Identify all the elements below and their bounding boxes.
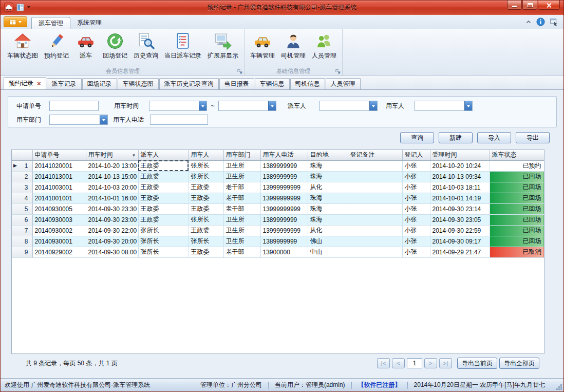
cell-registrar[interactable]: 小张: [402, 236, 430, 247]
vehicle-status-map-button[interactable]: 车辆状态图: [4, 31, 41, 61]
cell-apply-no[interactable]: 20140930001: [32, 236, 86, 247]
application-menu-button[interactable]: [4, 16, 27, 27]
cell-apply-no[interactable]: 20141013001: [32, 171, 86, 182]
new-button[interactable]: 新建: [439, 132, 473, 143]
cell-use-time[interactable]: 2014-09-30 22:00: [86, 225, 138, 236]
today-dispatch-records-button[interactable]: 当日派车记录: [161, 31, 204, 61]
close-tab-icon[interactable]: ×: [37, 80, 41, 87]
cell-status[interactable]: 已预约: [490, 160, 544, 171]
doc-tab-return-records[interactable]: 回场记录: [82, 78, 117, 89]
column-header-dispatcher[interactable]: 派车人: [138, 150, 189, 160]
cell-status[interactable]: 已回场: [490, 214, 544, 225]
dispatch-button[interactable]: 派车: [72, 31, 100, 61]
cell-remark[interactable]: [348, 236, 402, 247]
cell-apply-no[interactable]: 20140930005: [32, 203, 86, 214]
grid-row[interactable]: 4201410010012014-10-01 16:00王政委王政委老干部139…: [12, 193, 544, 203]
cell-user[interactable]: 王政委: [189, 193, 223, 203]
cell-apply-no[interactable]: 20141003001: [32, 182, 86, 193]
cell-destination[interactable]: 从化: [308, 225, 348, 236]
cell-user[interactable]: 王政委: [189, 203, 223, 214]
cell-accept-time[interactable]: 2014-09-29 21:47: [430, 247, 490, 257]
reservation-register-button[interactable]: 预约登记: [41, 31, 72, 61]
ribbon-tab-system-mgmt[interactable]: 系统管理: [70, 17, 108, 29]
cell-remark[interactable]: [348, 214, 402, 225]
help-icon[interactable]: [536, 17, 545, 26]
cell-registrar[interactable]: 小张: [402, 214, 430, 225]
dropdown-button[interactable]: [100, 115, 107, 124]
cell-status[interactable]: 已取消: [490, 247, 544, 257]
cell-accept-time[interactable]: 2014-09-30 23:14: [430, 203, 490, 214]
column-header-use-time[interactable]: 用车时间▼: [86, 150, 138, 160]
cell-user[interactable]: 张所长: [189, 214, 223, 225]
cell-dispatcher[interactable]: 张所长: [138, 236, 189, 247]
cell-status[interactable]: 已回场: [490, 203, 544, 214]
window-switch-icon[interactable]: [550, 17, 558, 26]
cell-phone[interactable]: 1389999999: [260, 160, 308, 171]
driver-mgmt-button[interactable]: 司机管理: [278, 31, 309, 61]
dropdown-button[interactable]: [199, 101, 206, 110]
cell-remark[interactable]: [348, 193, 402, 203]
cell-dispatcher[interactable]: 王政委: [138, 171, 189, 182]
cell-user[interactable]: 张所长: [189, 160, 223, 171]
use-time-to-combo[interactable]: [218, 101, 276, 111]
cell-remark[interactable]: [348, 182, 402, 193]
cell-user[interactable]: 张所长: [189, 171, 223, 182]
cell-accept-time[interactable]: 2014-10-01 14:19: [430, 193, 490, 203]
cell-user[interactable]: 张所长: [189, 236, 223, 247]
cell-dept[interactable]: 老干部: [223, 193, 260, 203]
cell-phone[interactable]: 13999999999: [260, 182, 308, 193]
cell-phone[interactable]: 1389999999: [260, 236, 308, 247]
last-page-button[interactable]: >|: [439, 358, 452, 368]
cell-registrar[interactable]: 小张: [402, 193, 430, 203]
dispatcher-combo[interactable]: [319, 101, 378, 111]
phone-input[interactable]: [150, 115, 208, 125]
doc-tab-vehicle-status-map[interactable]: 车辆状态图: [118, 78, 159, 89]
cell-remark[interactable]: [348, 203, 402, 214]
cell-use-time[interactable]: 2014-10-20 13:00: [86, 160, 138, 171]
cell-destination[interactable]: 珠海: [308, 171, 348, 182]
resize-grip[interactable]: [556, 384, 562, 390]
cell-dept[interactable]: 卫生所: [223, 236, 260, 247]
dialog-launcher-icon[interactable]: [335, 68, 341, 74]
cell-phone[interactable]: 13999999999: [260, 203, 308, 214]
cell-accept-time[interactable]: 2014-09-30 09:17: [430, 236, 490, 247]
cell-registrar[interactable]: 小张: [402, 160, 430, 171]
cell-registrar[interactable]: 小张: [402, 203, 430, 214]
query-button[interactable]: 查询: [400, 132, 434, 143]
column-header-phone[interactable]: 用车人电话: [260, 150, 308, 160]
grid-row[interactable]: 6201409300032014-09-30 23:00王政委张所长卫生所138…: [12, 214, 544, 225]
dropdown-button[interactable]: [369, 101, 377, 110]
cell-destination[interactable]: 佛山: [308, 236, 348, 247]
cell-dispatcher[interactable]: 张所长: [138, 225, 189, 236]
cell-phone[interactable]: 1389999999: [260, 214, 308, 225]
cell-dispatcher[interactable]: 王政委: [138, 203, 189, 214]
dept-combo[interactable]: [49, 115, 108, 125]
return-register-button[interactable]: 回场登记: [100, 31, 130, 61]
cell-destination[interactable]: 珠海: [308, 203, 348, 214]
cell-destination[interactable]: 珠海: [308, 214, 348, 225]
cell-use-time[interactable]: 2014-09-30 23:00: [86, 214, 138, 225]
cell-accept-time[interactable]: 2014-09-30 23:05: [430, 214, 490, 225]
cell-dispatcher[interactable]: 王政委: [138, 160, 189, 171]
cell-use-time[interactable]: 2014-09-30 20:00: [86, 236, 138, 247]
cell-dept[interactable]: 卫生所: [223, 214, 260, 225]
cell-apply-no[interactable]: 20140929002: [32, 247, 86, 257]
doc-tab-daily-report[interactable]: 当日报表: [219, 78, 254, 89]
cell-remark[interactable]: [348, 247, 402, 257]
user-combo[interactable]: [415, 101, 473, 111]
column-header-accept-time[interactable]: 受理时间: [430, 150, 490, 160]
extended-screen-button[interactable]: 扩展屏显示: [204, 31, 241, 61]
cell-phone[interactable]: 13999999999: [260, 193, 308, 203]
ribbon-tab-dispatch-mgmt[interactable]: 派车管理: [31, 17, 70, 29]
cell-dept[interactable]: 卫生所: [223, 160, 260, 171]
maximize-button[interactable]: [522, 1, 537, 10]
grid-row[interactable]: 7201409300022014-09-30 22:00张所长王政委卫生所139…: [12, 225, 544, 236]
export-all-pages-button[interactable]: 导出全部页: [499, 358, 539, 369]
cell-destination[interactable]: 珠海: [308, 193, 348, 203]
cell-use-time[interactable]: 2014-10-01 16:00: [86, 193, 138, 203]
cell-status[interactable]: 已回场: [490, 225, 544, 236]
cell-user[interactable]: 王政委: [189, 182, 223, 193]
cell-accept-time[interactable]: 2014-09-30 22:59: [430, 225, 490, 236]
cell-registrar[interactable]: 小张: [402, 182, 430, 193]
cell-registrar[interactable]: 小张: [402, 225, 430, 236]
